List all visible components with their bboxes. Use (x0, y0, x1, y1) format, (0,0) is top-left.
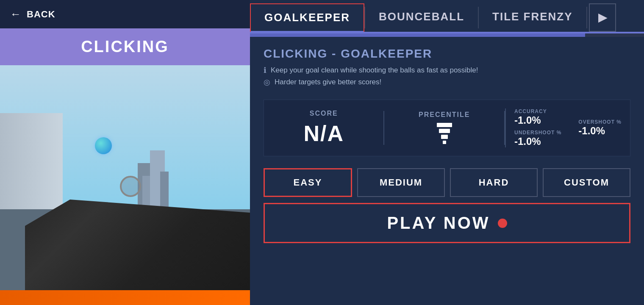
play-now-label: PLAY NOW (387, 214, 490, 233)
difficulty-custom-button[interactable]: CUSTOM (543, 168, 630, 197)
back-arrow-icon: ← (10, 8, 22, 21)
tab-separator-3 (586, 7, 587, 28)
tabs-row: GOALKEEPER BOUNCEBALL TILE FRENZY ▶ (250, 0, 644, 33)
mode-title: CLICKING - GOALKEEPER (264, 47, 630, 61)
tab-goalkeeper[interactable]: GOALKEEPER (250, 3, 364, 32)
progress-bar-container (250, 33, 644, 37)
wifi-bar-3 (439, 129, 450, 133)
wifi-signal-icon (437, 122, 452, 145)
accuracy-label: ACCURACY (514, 108, 561, 114)
small-stats-left: ACCURACY -1.0% UNDERSHOOT % -1.0% (505, 108, 570, 147)
score-value: N/A (272, 121, 375, 146)
play-now-button[interactable]: PLAY NOW (264, 203, 630, 243)
percentile-icon (393, 122, 495, 145)
right-panel: GOALKEEPER BOUNCEBALL TILE FRENZY ▶ CLIC… (250, 0, 644, 305)
difficulty-easy-button[interactable]: EASY (264, 168, 352, 197)
score-label: SCORE (272, 110, 375, 117)
category-tab[interactable]: CLICKING (0, 28, 250, 65)
undershoot-value: -1.0% (514, 136, 561, 147)
wifi-bar-1 (443, 141, 446, 144)
percentile-label: PRECENTILE (393, 111, 495, 119)
back-label: BACK (27, 9, 56, 20)
info-circle-icon: ℹ (264, 66, 266, 75)
tab-more-button[interactable]: ▶ (589, 3, 616, 32)
tab-bounceball[interactable]: BOUNCEBALL (365, 3, 478, 32)
game-preview (0, 65, 250, 305)
info-text-2: Harder targets give better scores! (275, 78, 381, 86)
stats-container: SCORE N/A PRECENTILE (264, 100, 630, 156)
main-container: ← BACK CLICKING GOALKEEPER (0, 0, 644, 305)
wifi-bar-4 (437, 123, 452, 127)
preview-scene (0, 65, 250, 305)
play-dot-icon (498, 219, 507, 228)
score-block: SCORE N/A (264, 110, 383, 146)
undershoot-label: UNDERSHOOT % (514, 130, 561, 136)
difficulty-medium-button[interactable]: MEDIUM (357, 168, 445, 197)
content-area: CLICKING - GOALKEEPER ℹ Keep your goal c… (250, 37, 644, 305)
overshoot-label: OVERSHOOT % (578, 119, 622, 125)
info-line-1: ℹ Keep your goal clean while shooting th… (264, 66, 630, 75)
percentile-block: PRECENTILE (384, 111, 504, 145)
left-panel: ← BACK CLICKING (0, 0, 250, 305)
overshoot-value: -1.0% (578, 125, 622, 137)
difficulty-row: EASY MEDIUM HARD CUSTOM (264, 168, 630, 197)
difficulty-hard-button[interactable]: HARD (450, 168, 538, 197)
accuracy-value: -1.0% (514, 114, 561, 126)
wifi-bar-2 (441, 135, 448, 139)
small-stats-right: OVERSHOOT % -1.0% (570, 119, 630, 137)
preview-orange-strip (0, 290, 250, 305)
progress-bar-fill (250, 33, 585, 37)
preview-blue-ball (95, 137, 112, 154)
tab-tile-frenzy[interactable]: TILE FRENZY (479, 3, 586, 32)
overshoot-stat: OVERSHOOT % -1.0% (578, 119, 622, 137)
target-icon: ◎ (264, 78, 270, 87)
back-button[interactable]: ← BACK (0, 0, 250, 28)
undershoot-stat: UNDERSHOOT % -1.0% (514, 130, 561, 147)
info-text-1: Keep your goal clean while shooting the … (271, 66, 478, 75)
info-line-2: ◎ Harder targets give better scores! (264, 78, 630, 87)
accuracy-stat: ACCURACY -1.0% (514, 108, 561, 126)
